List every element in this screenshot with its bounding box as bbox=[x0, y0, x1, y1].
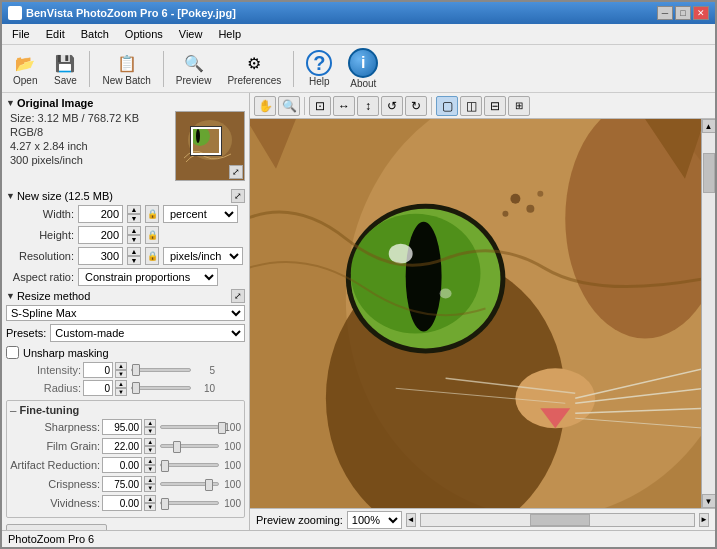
menu-file[interactable]: File bbox=[6, 26, 36, 42]
crop-button[interactable]: ⊡ bbox=[309, 96, 331, 116]
crispness-max: 100 bbox=[223, 479, 241, 490]
sharpness-input[interactable] bbox=[102, 419, 142, 435]
scroll-left-button[interactable]: ◄ bbox=[406, 513, 416, 527]
height-up[interactable]: ▲ bbox=[127, 226, 141, 235]
resolution-down[interactable]: ▼ bbox=[127, 256, 141, 265]
new-batch-button[interactable]: 📋 New Batch bbox=[95, 48, 157, 89]
view-single-button[interactable]: ▢ bbox=[436, 96, 458, 116]
close-button[interactable]: ✕ bbox=[693, 6, 709, 20]
crispness-slider[interactable] bbox=[160, 482, 219, 486]
film-grain-row: Film Grain: ▲ ▼ 100 bbox=[10, 438, 241, 454]
scroll-thumb-v[interactable] bbox=[703, 153, 715, 193]
film-grain-thumb bbox=[173, 441, 181, 453]
about-icon: i bbox=[348, 48, 378, 78]
horizontal-scrollbar[interactable] bbox=[420, 513, 695, 527]
artifact-down[interactable]: ▼ bbox=[144, 465, 156, 473]
zoom-region-button[interactable]: 🔍 bbox=[278, 96, 300, 116]
hand-tool-button[interactable]: ✋ bbox=[254, 96, 276, 116]
preferences-button[interactable]: ⚙ Preferences bbox=[220, 48, 288, 89]
artifact-input[interactable] bbox=[102, 457, 142, 473]
expand-button[interactable]: ⤢ bbox=[229, 165, 243, 179]
resolution: 300 pixels/inch bbox=[6, 153, 171, 167]
scroll-up-button[interactable]: ▲ bbox=[702, 119, 716, 133]
svg-point-22 bbox=[510, 194, 520, 204]
film-grain-slider[interactable] bbox=[160, 444, 219, 448]
preview-button[interactable]: 🔍 Preview bbox=[169, 48, 219, 89]
radius-up[interactable]: ▲ bbox=[115, 380, 127, 388]
height-down[interactable]: ▼ bbox=[127, 235, 141, 244]
resolution-up[interactable]: ▲ bbox=[127, 247, 141, 256]
height-input[interactable] bbox=[78, 226, 123, 244]
resize-method-select[interactable]: S-Spline Max Lanczos Bicubic bbox=[6, 305, 245, 321]
new-size-expand[interactable]: ⤢ bbox=[231, 189, 245, 203]
resolution-lock[interactable]: 🔒 bbox=[145, 247, 159, 265]
radius-slider[interactable] bbox=[131, 386, 191, 390]
width-lock[interactable]: 🔒 bbox=[145, 205, 159, 223]
vividness-down[interactable]: ▼ bbox=[144, 503, 156, 511]
resolution-input[interactable] bbox=[78, 247, 123, 265]
intensity-input[interactable] bbox=[83, 362, 113, 378]
original-info: Size: 3.12 MB / 768.72 KB RGB/8 4.27 x 2… bbox=[6, 111, 171, 181]
preview-zoom-bar: Preview zooming: 100% 50% 200% Fit ◄ ► bbox=[250, 508, 715, 530]
rotate-cw-button[interactable]: ↻ bbox=[405, 96, 427, 116]
radius-input[interactable] bbox=[83, 380, 113, 396]
flip-v-button[interactable]: ↕ bbox=[357, 96, 379, 116]
fine-tuning-title: ─ Fine-tuning bbox=[10, 404, 241, 416]
sharpness-down[interactable]: ▼ bbox=[144, 427, 156, 435]
crispness-up[interactable]: ▲ bbox=[144, 476, 156, 484]
film-grain-down[interactable]: ▼ bbox=[144, 446, 156, 454]
about-button[interactable]: i About bbox=[341, 45, 385, 92]
radius-thumb bbox=[132, 382, 140, 394]
help-button[interactable]: ? Help bbox=[299, 47, 339, 90]
film-grain-up[interactable]: ▲ bbox=[144, 438, 156, 446]
sharpness-slider[interactable] bbox=[160, 425, 219, 429]
aspect-label: Aspect ratio: bbox=[6, 271, 74, 283]
menu-help[interactable]: Help bbox=[212, 26, 247, 42]
zoom-select[interactable]: 100% 50% 200% Fit bbox=[347, 511, 402, 529]
open-button[interactable]: 📂 Open bbox=[6, 48, 44, 89]
intensity-down[interactable]: ▼ bbox=[115, 370, 127, 378]
intensity-up[interactable]: ▲ bbox=[115, 362, 127, 370]
film-grain-input[interactable] bbox=[102, 438, 142, 454]
crispness-input[interactable] bbox=[102, 476, 142, 492]
save-button[interactable]: 💾 Save bbox=[46, 48, 84, 89]
open-icon: 📂 bbox=[13, 51, 37, 75]
thumbnail: ⤢ bbox=[175, 111, 245, 181]
view-fit-button[interactable]: ⊞ bbox=[508, 96, 530, 116]
vividness-up[interactable]: ▲ bbox=[144, 495, 156, 503]
maximize-button[interactable]: □ bbox=[675, 6, 691, 20]
flip-h-button[interactable]: ↔ bbox=[333, 96, 355, 116]
vertical-scrollbar[interactable]: ▲ ▼ bbox=[701, 119, 715, 508]
view-split-h-button[interactable]: ⊟ bbox=[484, 96, 506, 116]
resize-expand[interactable]: ⤢ bbox=[231, 289, 245, 303]
width-unit-select[interactable]: percent pixels inches bbox=[163, 205, 238, 223]
artifact-spinner: ▲ ▼ bbox=[144, 457, 156, 473]
view-split-v-button[interactable]: ◫ bbox=[460, 96, 482, 116]
unsharp-checkbox[interactable] bbox=[6, 346, 19, 359]
minimize-button[interactable]: ─ bbox=[657, 6, 673, 20]
radius-down[interactable]: ▼ bbox=[115, 388, 127, 396]
menu-edit[interactable]: Edit bbox=[40, 26, 71, 42]
scroll-down-button[interactable]: ▼ bbox=[702, 494, 716, 508]
sharpness-up[interactable]: ▲ bbox=[144, 419, 156, 427]
resolution-unit-select[interactable]: pixels/inch pixels/cm bbox=[163, 247, 243, 265]
scroll-right-button[interactable]: ► bbox=[699, 513, 709, 527]
artifact-up[interactable]: ▲ bbox=[144, 457, 156, 465]
menu-options[interactable]: Options bbox=[119, 26, 169, 42]
vividness-input[interactable] bbox=[102, 495, 142, 511]
menu-batch[interactable]: Batch bbox=[75, 26, 115, 42]
width-input[interactable] bbox=[78, 205, 123, 223]
sharpness-label: Sharpness: bbox=[10, 421, 100, 433]
menu-view[interactable]: View bbox=[173, 26, 209, 42]
artifact-slider[interactable] bbox=[160, 463, 219, 467]
width-down[interactable]: ▼ bbox=[127, 214, 141, 223]
width-up[interactable]: ▲ bbox=[127, 205, 141, 214]
scroll-thumb-h[interactable] bbox=[530, 514, 590, 526]
height-lock[interactable]: 🔒 bbox=[145, 226, 159, 244]
presets-select[interactable]: Custom-made Default bbox=[50, 324, 245, 342]
intensity-slider[interactable] bbox=[131, 368, 191, 372]
rotate-ccw-button[interactable]: ↺ bbox=[381, 96, 403, 116]
crispness-down[interactable]: ▼ bbox=[144, 484, 156, 492]
vividness-slider[interactable] bbox=[160, 501, 219, 505]
aspect-ratio-select[interactable]: Constrain proportions Free bbox=[78, 268, 218, 286]
